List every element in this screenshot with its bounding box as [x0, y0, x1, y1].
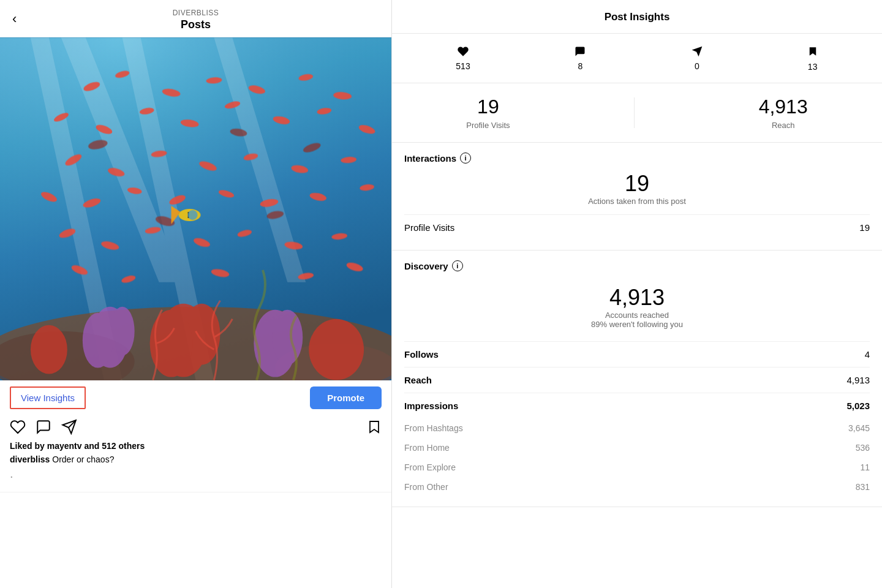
left-icons — [10, 419, 77, 435]
profile-visits-item: 19 Profile Visits — [466, 96, 510, 130]
from-home-row: From Home 536 — [404, 438, 870, 458]
insights-promote-row: View Insights Promote — [10, 386, 382, 409]
profile-visits-row-value: 19 — [859, 222, 870, 233]
likes-stat: 513 — [456, 45, 470, 71]
post-icons-row — [10, 415, 382, 439]
from-home-value: 536 — [856, 443, 870, 453]
follows-row: Follows 4 — [404, 341, 870, 367]
from-home-label: From Home — [404, 443, 450, 453]
profile-visits-label: Profile Visits — [466, 121, 510, 130]
from-hashtags-row: From Hashtags 3,645 — [404, 418, 870, 438]
comment-icon[interactable] — [36, 419, 51, 435]
reach-number: 4,913 — [759, 96, 808, 118]
saves-count: 13 — [808, 62, 818, 72]
impressions-label: Impressions — [404, 401, 458, 411]
from-explore-value: 11 — [860, 462, 870, 472]
shares-count: 0 — [695, 61, 699, 71]
from-explore-row: From Explore 11 — [404, 458, 870, 477]
page-title: Posts — [181, 18, 211, 31]
svg-point-69 — [188, 210, 198, 220]
svg-marker-74 — [809, 47, 816, 56]
action-bar: View Insights Promote — [0, 380, 391, 492]
interactions-info-icon[interactable]: i — [460, 153, 471, 164]
post-image — [0, 37, 391, 380]
impressions-row: Impressions 5,023 — [404, 393, 870, 418]
left-panel: ‹ DIVERBLISS Posts — [0, 0, 392, 588]
svg-point-10 — [110, 307, 135, 356]
from-hashtags-value: 3,645 — [848, 423, 870, 433]
reach-label: Reach — [772, 121, 795, 130]
share-icon[interactable] — [61, 419, 77, 435]
likes-count: 513 — [456, 61, 470, 71]
back-button[interactable]: ‹ — [12, 12, 17, 26]
interactions-title: Interactions i — [404, 153, 870, 164]
like-icon[interactable] — [10, 419, 26, 435]
discovery-info-icon[interactable]: i — [452, 260, 463, 271]
bookmark-filled-icon — [807, 45, 818, 58]
save-icon[interactable] — [367, 419, 382, 435]
profile-visits-number: 19 — [477, 96, 499, 118]
discovery-numbers: 4,913 Accounts reached 89% weren't follo… — [404, 279, 870, 341]
discovery-sub1: Accounts reached — [404, 311, 870, 320]
interactions-sub-label: Actions taken from this post — [404, 197, 870, 206]
divider — [634, 97, 635, 128]
more-dots: · — [10, 467, 382, 486]
follows-label: Follows — [404, 349, 439, 360]
svg-point-17 — [309, 319, 364, 380]
discovery-title: Discovery i — [404, 260, 870, 271]
reach-row-label: Reach — [404, 375, 432, 385]
from-other-value: 831 — [856, 482, 870, 492]
discovery-sub2: 89% weren't following you — [404, 320, 870, 329]
interactions-section: Interactions i 19 Actions taken from thi… — [392, 143, 882, 251]
caption: diverbliss Order or chaos? — [10, 454, 382, 467]
profile-visits-row-label: Profile Visits — [404, 222, 454, 233]
right-panel: Post Insights 513 8 0 13 — [392, 0, 882, 588]
follows-value: 4 — [865, 349, 870, 360]
stats-row: 513 8 0 13 — [392, 34, 882, 83]
profile-visits-row: Profile Visits 19 — [404, 214, 870, 240]
reach-row: Reach 4,913 — [404, 367, 870, 393]
svg-point-11 — [83, 313, 113, 368]
interactions-big-number: 19 — [404, 171, 870, 197]
send-filled-icon — [690, 45, 704, 58]
liked-by-text: Liked by mayentv and 512 others — [10, 439, 382, 454]
header: ‹ DIVERBLISS Posts — [0, 0, 391, 37]
view-insights-button[interactable]: View Insights — [10, 386, 86, 409]
from-other-label: From Other — [404, 482, 448, 492]
svg-point-18 — [31, 325, 67, 374]
heart-icon — [456, 45, 470, 58]
profile-reach-row: 19 Profile Visits 4,913 Reach — [392, 83, 882, 143]
discovery-section: Discovery i 4,913 Accounts reached 89% w… — [392, 251, 882, 507]
impressions-value: 5,023 — [846, 401, 870, 411]
svg-point-13 — [272, 310, 303, 365]
comments-stat: 8 — [573, 45, 587, 71]
promote-button[interactable]: Promote — [310, 386, 382, 409]
shares-stat: 0 — [690, 45, 704, 71]
insights-title: Post Insights — [392, 0, 882, 34]
from-explore-label: From Explore — [404, 462, 456, 472]
discovery-big-number: 4,913 — [404, 285, 870, 311]
svg-marker-73 — [692, 47, 703, 57]
comment-filled-icon — [573, 45, 587, 58]
comments-count: 8 — [578, 61, 582, 71]
reach-item: 4,913 Reach — [759, 96, 808, 130]
saves-stat: 13 — [807, 45, 818, 72]
svg-marker-72 — [370, 421, 379, 432]
reach-row-value: 4,913 — [846, 375, 870, 385]
from-other-row: From Other 831 — [404, 477, 870, 497]
username-label: DIVERBLISS — [173, 9, 219, 17]
from-hashtags-label: From Hashtags — [404, 423, 463, 433]
